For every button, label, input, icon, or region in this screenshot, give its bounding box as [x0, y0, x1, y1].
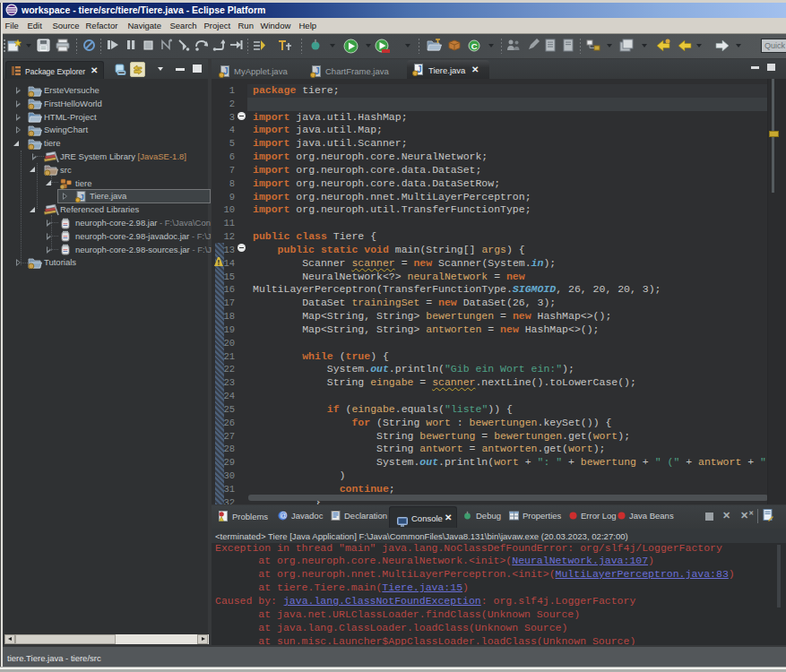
svg-text:C: C: [471, 41, 478, 51]
svg-text:@: @: [280, 511, 288, 520]
